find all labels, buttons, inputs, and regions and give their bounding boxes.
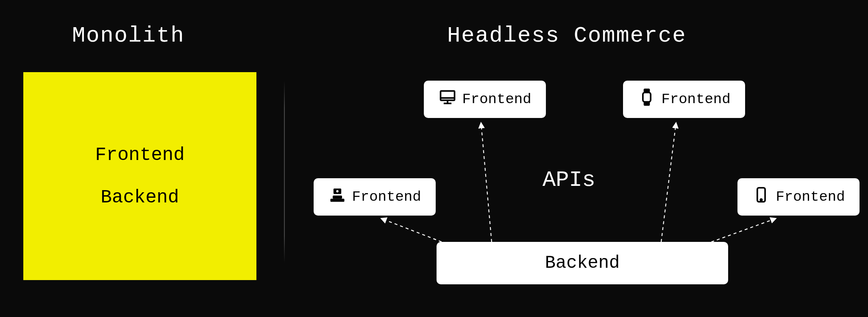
apis-label: APIs (542, 168, 595, 193)
monolith-frontend-label: Frontend (95, 144, 184, 166)
pos-icon (328, 185, 347, 208)
svg-point-7 (337, 190, 339, 193)
phone-icon (752, 185, 771, 208)
watch-icon (637, 88, 656, 111)
frontend-card-desktop: Frontend (424, 81, 546, 118)
frontend-label: Frontend (462, 91, 531, 107)
svg-rect-13 (645, 90, 649, 92)
frontend-card-watch: Frontend (623, 81, 745, 118)
svg-line-1 (481, 123, 492, 242)
backend-label: Backend (545, 253, 620, 273)
vertical-divider (284, 81, 285, 263)
svg-line-0 (381, 219, 447, 244)
monolith-title: Monolith (72, 23, 185, 48)
headless-title: Headless Commerce (447, 23, 687, 48)
frontend-label: Frontend (776, 189, 845, 205)
svg-rect-5 (333, 196, 342, 199)
backend-card: Backend (437, 242, 728, 284)
monolith-box: Frontend Backend (23, 72, 256, 280)
monolith-backend-label: Backend (101, 187, 179, 208)
svg-rect-14 (645, 103, 649, 105)
frontend-label: Frontend (352, 189, 421, 205)
frontend-card-phone: Frontend (737, 178, 860, 216)
frontend-label: Frontend (661, 91, 730, 107)
svg-rect-8 (441, 91, 455, 100)
svg-line-3 (706, 219, 776, 244)
frontend-card-pos: Frontend (314, 178, 436, 216)
desktop-icon (438, 88, 457, 111)
svg-rect-12 (643, 93, 651, 102)
svg-line-2 (661, 123, 676, 242)
svg-rect-4 (331, 199, 345, 202)
svg-point-16 (761, 199, 762, 201)
